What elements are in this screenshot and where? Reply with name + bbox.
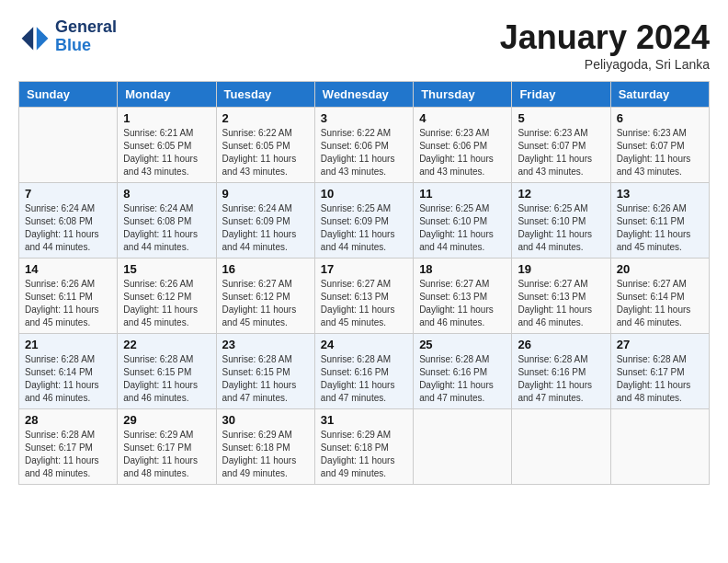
calendar-cell: 26Sunrise: 6:28 AMSunset: 6:16 PMDayligh… [512,334,610,409]
calendar-cell: 11Sunrise: 6:25 AMSunset: 6:10 PMDayligh… [414,183,512,259]
day-info: Sunrise: 6:27 AMSunset: 6:14 PMDaylight:… [617,278,703,329]
day-number: 22 [123,338,210,351]
calendar-cell: 18Sunrise: 6:27 AMSunset: 6:13 PMDayligh… [414,259,512,334]
day-info: Sunrise: 6:28 AMSunset: 6:15 PMDaylight:… [123,353,210,405]
calendar-cell [414,409,512,485]
day-number: 21 [25,338,111,351]
calendar-header-row: SundayMondayTuesdayWednesdayThursdayFrid… [19,82,710,108]
day-info: Sunrise: 6:22 AMSunset: 6:05 PMDaylight:… [222,127,309,178]
day-info: Sunrise: 6:23 AMSunset: 6:06 PMDaylight:… [419,127,506,178]
day-number: 8 [123,187,210,201]
day-info: Sunrise: 6:25 AMSunset: 6:09 PMDaylight:… [321,202,407,254]
page-header: General Blue January 2024 Peliyagoda, Sr… [18,18,710,72]
col-header-sunday: Sunday [19,82,118,108]
day-info: Sunrise: 6:26 AMSunset: 6:11 PMDaylight:… [25,278,111,329]
day-info: Sunrise: 6:27 AMSunset: 6:13 PMDaylight:… [321,278,407,329]
day-info: Sunrise: 6:26 AMSunset: 6:12 PMDaylight:… [123,278,210,329]
day-number: 29 [123,413,210,427]
calendar-cell [610,409,709,485]
day-info: Sunrise: 6:28 AMSunset: 6:16 PMDaylight:… [321,353,407,405]
day-info: Sunrise: 6:28 AMSunset: 6:16 PMDaylight:… [419,353,506,405]
day-info: Sunrise: 6:28 AMSunset: 6:16 PMDaylight:… [518,353,604,405]
day-number: 9 [222,187,309,201]
calendar-cell: 24Sunrise: 6:28 AMSunset: 6:16 PMDayligh… [314,334,413,409]
col-header-wednesday: Wednesday [314,82,413,108]
logo-text: General Blue [55,18,117,55]
day-number: 10 [321,187,407,201]
day-number: 11 [419,187,506,201]
col-header-friday: Friday [512,82,610,108]
day-number: 25 [419,338,506,351]
calendar-cell: 20Sunrise: 6:27 AMSunset: 6:14 PMDayligh… [610,259,709,334]
calendar-cell: 16Sunrise: 6:27 AMSunset: 6:12 PMDayligh… [216,259,314,334]
calendar-cell: 3Sunrise: 6:22 AMSunset: 6:06 PMDaylight… [314,108,413,183]
calendar-cell: 15Sunrise: 6:26 AMSunset: 6:12 PMDayligh… [118,259,216,334]
day-info: Sunrise: 6:28 AMSunset: 6:17 PMDaylight:… [25,429,111,480]
logo-icon [18,20,51,53]
calendar-cell: 7Sunrise: 6:24 AMSunset: 6:08 PMDaylight… [19,183,118,259]
day-info: Sunrise: 6:24 AMSunset: 6:08 PMDaylight:… [25,202,111,254]
calendar-cell [512,409,610,485]
logo: General Blue [18,18,117,55]
day-number: 23 [222,338,309,351]
day-number: 2 [222,111,309,125]
day-number: 14 [25,262,111,276]
day-number: 7 [25,187,111,201]
calendar-cell: 12Sunrise: 6:25 AMSunset: 6:10 PMDayligh… [512,183,610,259]
day-number: 27 [617,338,703,351]
day-number: 6 [617,111,703,125]
calendar-week-1: 1Sunrise: 6:21 AMSunset: 6:05 PMDaylight… [19,108,710,183]
day-info: Sunrise: 6:29 AMSunset: 6:18 PMDaylight:… [321,429,407,480]
calendar-cell: 30Sunrise: 6:29 AMSunset: 6:18 PMDayligh… [216,409,314,485]
day-number: 17 [321,262,407,276]
day-info: Sunrise: 6:26 AMSunset: 6:11 PMDaylight:… [617,202,703,254]
day-info: Sunrise: 6:27 AMSunset: 6:12 PMDaylight:… [222,278,309,329]
day-info: Sunrise: 6:28 AMSunset: 6:14 PMDaylight:… [25,353,111,405]
day-number: 4 [419,111,506,125]
calendar-cell: 17Sunrise: 6:27 AMSunset: 6:13 PMDayligh… [314,259,413,334]
day-info: Sunrise: 6:25 AMSunset: 6:10 PMDaylight:… [419,202,506,254]
calendar-cell: 1Sunrise: 6:21 AMSunset: 6:05 PMDaylight… [118,108,216,183]
calendar-cell: 22Sunrise: 6:28 AMSunset: 6:15 PMDayligh… [118,334,216,409]
day-number: 5 [518,111,604,125]
day-info: Sunrise: 6:24 AMSunset: 6:09 PMDaylight:… [222,202,309,254]
day-number: 20 [617,262,703,276]
calendar-cell: 5Sunrise: 6:23 AMSunset: 6:07 PMDaylight… [512,108,610,183]
col-header-thursday: Thursday [414,82,512,108]
day-number: 16 [222,262,309,276]
col-header-monday: Monday [118,82,216,108]
day-info: Sunrise: 6:27 AMSunset: 6:13 PMDaylight:… [419,278,506,329]
calendar-cell [19,108,118,183]
day-number: 1 [123,111,210,125]
day-info: Sunrise: 6:29 AMSunset: 6:17 PMDaylight:… [123,429,210,480]
svg-marker-1 [22,27,34,50]
day-number: 19 [518,262,604,276]
svg-marker-0 [37,27,49,50]
calendar-week-5: 28Sunrise: 6:28 AMSunset: 6:17 PMDayligh… [19,409,710,485]
day-info: Sunrise: 6:23 AMSunset: 6:07 PMDaylight:… [518,127,604,178]
calendar-table: SundayMondayTuesdayWednesdayThursdayFrid… [18,81,710,485]
col-header-saturday: Saturday [610,82,709,108]
day-number: 18 [419,262,506,276]
calendar-cell: 6Sunrise: 6:23 AMSunset: 6:07 PMDaylight… [610,108,709,183]
calendar-week-4: 21Sunrise: 6:28 AMSunset: 6:14 PMDayligh… [19,334,710,409]
title-area: January 2024 Peliyagoda, Sri Lanka [500,18,710,72]
calendar-cell: 13Sunrise: 6:26 AMSunset: 6:11 PMDayligh… [610,183,709,259]
calendar-cell: 2Sunrise: 6:22 AMSunset: 6:05 PMDaylight… [216,108,314,183]
day-number: 24 [321,338,407,351]
calendar-week-3: 14Sunrise: 6:26 AMSunset: 6:11 PMDayligh… [19,259,710,334]
calendar-cell: 23Sunrise: 6:28 AMSunset: 6:15 PMDayligh… [216,334,314,409]
day-number: 3 [321,111,407,125]
day-info: Sunrise: 6:29 AMSunset: 6:18 PMDaylight:… [222,429,309,480]
day-number: 15 [123,262,210,276]
day-number: 12 [518,187,604,201]
day-number: 26 [518,338,604,351]
day-number: 31 [321,413,407,427]
day-info: Sunrise: 6:28 AMSunset: 6:17 PMDaylight:… [617,353,703,405]
day-info: Sunrise: 6:23 AMSunset: 6:07 PMDaylight:… [617,127,703,178]
calendar-cell: 4Sunrise: 6:23 AMSunset: 6:06 PMDaylight… [414,108,512,183]
day-info: Sunrise: 6:28 AMSunset: 6:15 PMDaylight:… [222,353,309,405]
calendar-cell: 8Sunrise: 6:24 AMSunset: 6:08 PMDaylight… [118,183,216,259]
month-title: January 2024 [500,18,710,57]
calendar-cell: 9Sunrise: 6:24 AMSunset: 6:09 PMDaylight… [216,183,314,259]
